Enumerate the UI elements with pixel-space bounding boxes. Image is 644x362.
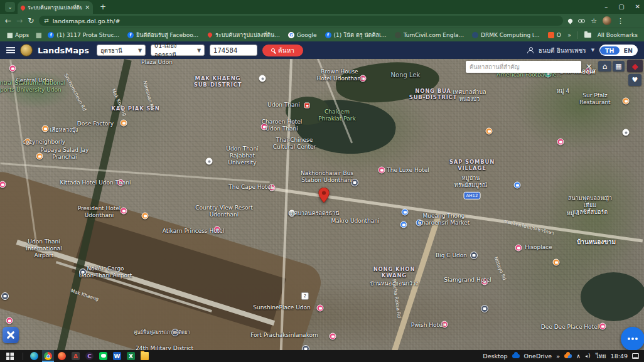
minimize-button[interactable]: – (604, 3, 608, 10)
more-actions-fab[interactable] (621, 327, 644, 350)
map-marker-pink[interactable] (330, 333, 336, 340)
map-marker-orange[interactable] (623, 98, 630, 105)
grid-layers-button[interactable]: ▦ (613, 61, 625, 72)
bookmark-item[interactable]: OneStockHome | เว็... (548, 31, 562, 40)
map-marker-pink[interactable] (214, 226, 221, 233)
map-marker-redsq[interactable] (304, 103, 310, 109)
forward-button[interactable]: → (16, 16, 23, 25)
address-bar[interactable]: ⇄ landsmaps.dol.go.th/# (39, 16, 563, 26)
map-marker-white[interactable] (259, 75, 266, 82)
taskbar-word-button[interactable]: W (111, 350, 123, 362)
bookmark-item[interactable]: ระบบค้นหารูปแปลงที่ดิน... (207, 31, 280, 40)
tab-search-chevron-icon[interactable]: ⌄ (5, 2, 15, 12)
search-button[interactable]: ค้นหา (262, 45, 303, 56)
map-marker-pink[interactable] (378, 167, 385, 174)
selected-parcel-pin[interactable] (319, 188, 330, 204)
map-marker-pink[interactable] (121, 208, 127, 215)
place-search-input[interactable] (466, 61, 581, 73)
map-marker-pink[interactable] (117, 179, 124, 186)
bookmarks-overflow-icon[interactable]: » (567, 32, 571, 38)
map-marker-navy[interactable] (470, 252, 478, 259)
clock[interactable]: 18:49 (611, 353, 628, 359)
hamburger-menu-icon[interactable] (6, 47, 15, 53)
user-name[interactable]: ธนบดี อินทรเพชร (539, 46, 586, 55)
map-marker-white[interactable] (289, 210, 296, 217)
province-select[interactable]: อุดรธานี ▼ (97, 45, 146, 56)
map-marker-orange[interactable] (486, 128, 493, 135)
map-marker-orange[interactable] (121, 120, 127, 127)
taskbar-clip-button[interactable]: C (83, 350, 95, 362)
onedrive-label[interactable]: OneDrive (524, 353, 552, 359)
map-marker-pink[interactable] (9, 65, 16, 72)
layers-button[interactable]: ◆ (627, 60, 643, 72)
map-marker-blue[interactable] (402, 209, 409, 216)
map-marker-pink[interactable] (261, 124, 268, 130)
taskbar-edge-button[interactable] (28, 350, 40, 362)
lang-en-button[interactable]: EN (620, 46, 637, 55)
map-marker-orange[interactable] (24, 139, 31, 146)
reload-button[interactable]: ↻ (28, 16, 34, 25)
map-marker-navy[interactable] (1, 292, 9, 300)
satellite-map[interactable]: Central UdonPlaza UdonMAK KHAENG SUB-DIS… (0, 59, 644, 350)
maximize-button[interactable]: ▢ (618, 3, 624, 10)
map-marker-navy[interactable] (302, 345, 309, 350)
map-marker-pink[interactable] (360, 75, 367, 82)
taskbar-folder-button[interactable] (139, 350, 151, 362)
parcel-number-input[interactable] (210, 45, 257, 56)
map-marker-pink[interactable] (269, 184, 276, 191)
map-marker-white[interactable] (623, 129, 630, 136)
profile-avatar[interactable] (603, 16, 611, 25)
apps-shortcut[interactable]: Apps (6, 32, 29, 38)
close-button[interactable]: ✕ (635, 3, 640, 10)
map-marker-white[interactable] (206, 158, 213, 165)
volume-icon[interactable] (585, 353, 591, 359)
notification-center-icon[interactable] (632, 353, 639, 359)
taskbar-excel-button[interactable]: X (125, 350, 137, 362)
taskbar-opera-button[interactable] (56, 350, 68, 362)
home-button[interactable]: ⌂ (598, 61, 611, 72)
desktop-label[interactable]: Desktop (483, 353, 507, 359)
bookmark-item[interactable]: f(1) โน้ต ตรุ นัดคิลเ... (325, 31, 387, 40)
map-marker-blue[interactable] (400, 221, 407, 228)
bookmark-item[interactable]: TumCivil.com Engla... (395, 32, 464, 38)
map-marker-pink[interactable] (557, 139, 564, 146)
map-marker-pink[interactable] (6, 317, 13, 324)
new-tab-button[interactable]: + (98, 2, 108, 12)
bookmark-item[interactable]: fยินดีต้อนรับสู่ Faceboo... (127, 31, 198, 40)
user-chevron-icon[interactable]: ▼ (591, 48, 594, 53)
favorites-heart-button[interactable]: ♥ (628, 74, 641, 86)
browser-tab[interactable]: ระบบค้นหารูปแปลงที่ดิน (LandsMa ✕ (18, 1, 93, 14)
map-marker-navy[interactable] (481, 305, 488, 312)
map-marker-navy[interactable] (79, 269, 87, 276)
map-marker-pink[interactable] (599, 323, 606, 330)
all-bookmarks-label[interactable]: All Bookmarks (598, 32, 638, 38)
onedrive-sync-icon[interactable] (564, 354, 572, 358)
taskbar-line-button[interactable] (97, 350, 109, 362)
map-marker-navy[interactable] (351, 179, 358, 186)
map-marker-pink[interactable] (481, 279, 488, 285)
keyboard-language[interactable]: ไทย (596, 351, 606, 361)
browser-menu-icon[interactable]: ⋮ (617, 17, 624, 25)
bookmark-star-icon[interactable]: ☆ (591, 17, 597, 25)
tray-overflow[interactable]: » (556, 353, 560, 359)
map-marker-blue[interactable] (514, 182, 521, 189)
onedrive-icon[interactable] (512, 354, 520, 358)
map-marker-orange[interactable] (36, 153, 43, 160)
bookmark-item[interactable]: GGoogle (288, 32, 317, 38)
bookmark-apps-grid-icon[interactable] (35, 32, 41, 38)
taskbar-chrome-button[interactable] (42, 350, 54, 362)
start-button[interactable] (6, 353, 14, 360)
search-close-icon[interactable]: × (586, 61, 593, 71)
tray-chevron-up-icon[interactable]: ∧ (576, 353, 581, 359)
map-marker-navy[interactable] (171, 329, 179, 336)
bookmark-item[interactable]: f(1) 3117 Prota Struc... (48, 32, 119, 38)
map-marker-orange[interactable] (42, 125, 49, 132)
district-select[interactable]: 01-เมืองอุดรธานี ▼ (151, 45, 205, 56)
location-pin-icon[interactable] (567, 18, 574, 24)
taskbar-acad-button[interactable]: A (70, 350, 82, 362)
map-marker-pink[interactable] (515, 245, 522, 252)
map-marker-pink[interactable] (441, 321, 448, 328)
site-info-icon[interactable]: ⇄ (44, 18, 49, 24)
back-button[interactable]: ← (5, 16, 11, 25)
password-manager-icon[interactable] (578, 19, 585, 23)
